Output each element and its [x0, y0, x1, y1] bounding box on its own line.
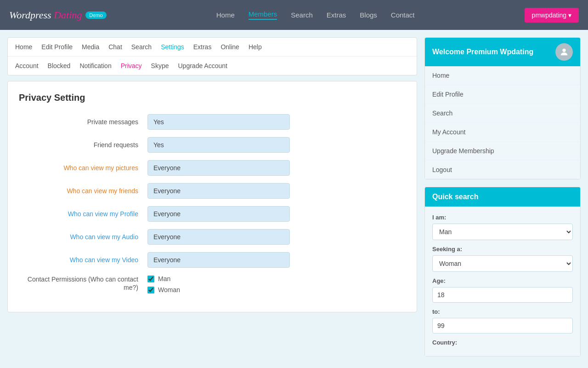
view-audio-label: Who can view my Audio	[19, 233, 147, 241]
sidebar-menu-my-account[interactable]: My Account	[425, 123, 580, 141]
contact-man-label: Man	[158, 275, 170, 282]
nav-contact[interactable]: Contact	[391, 11, 415, 19]
subnav-upgrade-account[interactable]: Upgrade Account	[178, 60, 227, 71]
view-friends-select[interactable]: Everyone Friends Only Nobody	[147, 183, 290, 199]
subnav-online[interactable]: Online	[220, 41, 239, 52]
page-wrapper: Home Edit Profile Media Chat Search Sett…	[0, 30, 588, 364]
nav-blogs[interactable]: Blogs	[360, 11, 377, 19]
top-navigation: Wordpress Dating Demo Home Members Searc…	[0, 0, 588, 30]
subnav-chat[interactable]: Chat	[108, 41, 122, 52]
subnav-notification[interactable]: Notification	[79, 60, 111, 71]
contact-permissions-options: Man Woman	[147, 275, 180, 293]
view-video-row: Who can view my Video Everyone Friends O…	[19, 252, 406, 268]
view-audio-row: Who can view my Audio Everyone Friends O…	[19, 229, 406, 245]
quick-search-body: I am: Man Woman Seeking a: Woman Man Age…	[425, 207, 580, 356]
contact-man-item: Man	[147, 275, 180, 282]
subnav-privacy[interactable]: Privacy	[121, 60, 142, 71]
main-nav-links: Home Members Search Extras Blogs Contact	[216, 10, 415, 20]
subnav-extras[interactable]: Extras	[193, 41, 212, 52]
privacy-card: Privacy Setting Private messages Yes No …	[7, 81, 417, 312]
view-profile-row: Who can view my Profile Everyone Friends…	[19, 206, 406, 222]
subnav-account[interactable]: Account	[15, 60, 39, 71]
nav-search[interactable]: Search	[291, 11, 313, 19]
view-video-select[interactable]: Everyone Friends Only Nobody	[147, 252, 290, 268]
view-friends-label: Who can view my friends	[19, 187, 147, 195]
subnav-help[interactable]: Help	[249, 41, 262, 52]
welcome-menu: Home Edit Profile Search My Account Upgr…	[425, 66, 580, 179]
age-from-input[interactable]	[432, 287, 573, 303]
svg-point-0	[562, 49, 565, 52]
subnav-home[interactable]: Home	[15, 41, 32, 52]
subnav-skype[interactable]: Skype	[151, 60, 169, 71]
age-to-input[interactable]	[432, 318, 573, 334]
private-messages-row: Private messages Yes No	[19, 114, 406, 130]
demo-badge: Demo	[85, 12, 106, 19]
view-pictures-select[interactable]: Everyone Friends Only Nobody	[147, 160, 290, 176]
main-content: Home Edit Profile Media Chat Search Sett…	[7, 37, 417, 356]
view-friends-row: Who can view my friends Everyone Friends…	[19, 183, 406, 199]
subnav-blocked[interactable]: Blocked	[48, 60, 71, 71]
friend-requests-select[interactable]: Yes No	[147, 137, 290, 153]
welcome-header: Welcome Premium Wpdating	[425, 38, 580, 66]
private-messages-label: Private messages	[19, 118, 147, 126]
user-menu-button[interactable]: pmwpdating ▾	[525, 8, 579, 23]
sidebar-menu-home[interactable]: Home	[425, 66, 580, 85]
contact-woman-checkbox[interactable]	[147, 287, 154, 293]
logo-wordpress: Wordpress	[9, 9, 51, 21]
view-pictures-row: Who can view my pictures Everyone Friend…	[19, 160, 406, 176]
sub-nav-row2: Account Blocked Notification Privacy Sky…	[8, 57, 417, 75]
privacy-title: Privacy Setting	[19, 92, 406, 103]
view-pictures-label: Who can view my pictures	[19, 164, 147, 172]
sub-nav-row1: Home Edit Profile Media Chat Search Sett…	[8, 38, 417, 57]
subnav-media[interactable]: Media	[82, 41, 99, 52]
welcome-card: Welcome Premium Wpdating Home Edit Profi…	[424, 37, 581, 179]
sidebar-menu-edit-profile[interactable]: Edit Profile	[425, 85, 580, 104]
age-to-label: to:	[432, 308, 573, 315]
welcome-title: Welcome Premium Wpdating	[432, 48, 533, 56]
subnav-search[interactable]: Search	[131, 41, 152, 52]
contact-woman-item: Woman	[147, 286, 180, 293]
view-profile-select[interactable]: Everyone Friends Only Nobody	[147, 206, 290, 222]
avatar	[555, 43, 573, 61]
subnav-settings[interactable]: Settings	[161, 41, 184, 52]
nav-members[interactable]: Members	[249, 10, 277, 20]
seeking-label: Seeking a:	[432, 246, 573, 253]
quick-search-card: Quick search I am: Man Woman Seeking a: …	[424, 187, 581, 356]
friend-requests-row: Friend requests Yes No	[19, 137, 406, 153]
logo-area: Wordpress Dating Demo	[9, 9, 107, 21]
iam-select[interactable]: Man Woman	[432, 224, 573, 240]
logo-dating: Dating	[54, 9, 82, 21]
seeking-select[interactable]: Woman Man	[432, 255, 573, 272]
subnav-edit-profile[interactable]: Edit Profile	[41, 41, 73, 52]
view-video-label: Who can view my Video	[19, 256, 147, 264]
quick-search-header: Quick search	[425, 187, 580, 207]
sidebar-menu-upgrade[interactable]: Upgrade Membership	[425, 142, 580, 160]
sidebar-menu-search[interactable]: Search	[425, 104, 580, 122]
sidebar: Welcome Premium Wpdating Home Edit Profi…	[424, 37, 581, 356]
quick-search-title: Quick search	[432, 193, 479, 201]
contact-permissions-label: Contact Permissions (Who can contact me?…	[19, 275, 147, 292]
contact-woman-label: Woman	[158, 286, 180, 293]
private-messages-select[interactable]: Yes No	[147, 114, 290, 130]
iam-label: I am:	[432, 214, 573, 221]
nav-extras[interactable]: Extras	[327, 11, 346, 19]
sub-navigation: Home Edit Profile Media Chat Search Sett…	[7, 37, 417, 75]
sidebar-menu-logout[interactable]: Logout	[425, 161, 580, 179]
contact-man-checkbox[interactable]	[147, 276, 154, 282]
nav-home[interactable]: Home	[216, 11, 235, 19]
logo: Wordpress Dating	[9, 9, 82, 21]
age-label: Age:	[432, 277, 573, 284]
contact-permissions-row: Contact Permissions (Who can contact me?…	[19, 275, 406, 293]
friend-requests-label: Friend requests	[19, 141, 147, 149]
view-profile-label: Who can view my Profile	[19, 210, 147, 218]
country-label: Country:	[432, 339, 573, 346]
view-audio-select[interactable]: Everyone Friends Only Nobody	[147, 229, 290, 245]
